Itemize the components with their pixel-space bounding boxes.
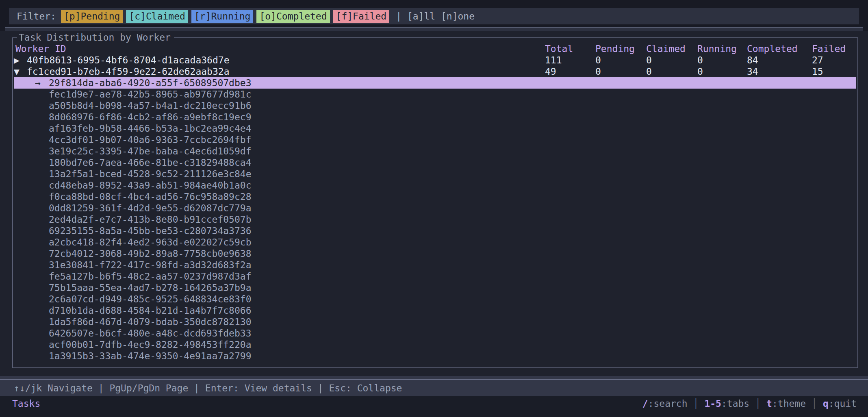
help-text: ↑↓/jk Navigate | PgUp/PgDn Page | Enter:…	[14, 382, 402, 394]
task-row[interactable]: af163feb-9b58-4466-b53a-1bc2ea99c4e4	[13, 123, 857, 134]
shortcut-label: :search	[648, 398, 688, 409]
task-row[interactable]: 2c6a07cd-d949-485c-9525-648834ce83f0	[13, 293, 857, 305]
shortcut-search: /:search	[642, 398, 688, 409]
task-id: 180bd7e6-7aea-466e-81be-c31829488ca4	[49, 157, 252, 168]
filter-divider	[5, 27, 863, 31]
task-id: 2c6a07cd-d949-485c-9525-648834ce83f0	[49, 293, 252, 305]
task-id: 3e19c25c-3395-47be-baba-c4ec6d1059df	[49, 146, 252, 157]
filter-badge-completed[interactable]: [o]Completed	[256, 10, 330, 23]
shortcut-theme: t:theme	[766, 398, 806, 409]
shortcut-separator: │	[812, 398, 817, 409]
worker-total: 111	[545, 54, 562, 66]
filter-badge-running[interactable]: [r]Running	[191, 10, 253, 23]
task-row[interactable]: 0dd81259-361f-4d2d-9e55-d62087dc779a	[13, 202, 857, 214]
task-row[interactable]: 1a3915b3-33ab-474e-9350-4e91aa7a2799	[13, 350, 857, 362]
worker-failed: 27	[812, 54, 823, 66]
task-row[interactable]: fec1d9e7-ae78-42b5-8965-ab97677d981c	[13, 89, 857, 100]
task-id: fec1d9e7-ae78-42b5-8965-ab97677d981c	[49, 89, 252, 100]
task-row[interactable]: 13a2f5a1-bced-4528-9c52-211126e3c84e	[13, 168, 857, 180]
filter-all-none-options[interactable]: | [a]ll [n]one	[396, 11, 475, 22]
worker-running: 0	[697, 66, 703, 77]
task-row[interactable]: 69235155-8a5a-45bb-be53-c280734a3736	[13, 225, 857, 237]
task-row[interactable]: acf00b01-7dfb-4ec9-8282-498453ff220a	[13, 339, 857, 350]
expand-arrow-icon[interactable]: ▶	[14, 54, 20, 66]
task-row[interactable]: 8d068976-6f86-4cb2-af86-a9ebf8c19ec9	[13, 111, 857, 123]
status-shortcuts: /:search│1-5:tabs│t:theme│q:quit	[642, 398, 857, 409]
task-id: cd48eba9-8952-43a9-ab51-984ae40b1a0c	[49, 180, 252, 191]
status-bar: Tasks /:search│1-5:tabs│t:theme│q:quit	[0, 396, 868, 417]
column-worker-id: Worker ID	[15, 43, 66, 54]
task-row[interactable]: 72cb4012-3068-49b2-89a8-7758cb0e9638	[13, 248, 857, 259]
worker-completed: 34	[747, 66, 758, 77]
worker-row[interactable]: ▼fc1ced91-b7eb-4f59-9e22-62de62aab32a490…	[13, 66, 857, 77]
shortcut-label: :theme	[772, 398, 806, 409]
task-id: 0dd81259-361f-4d2d-9e55-d62087dc779a	[49, 202, 252, 214]
worker-claimed: 0	[646, 66, 652, 77]
worker-total: 49	[545, 66, 556, 77]
selection-arrow-icon: →	[35, 77, 41, 89]
column-total: Total	[545, 43, 573, 54]
worker-pending: 0	[595, 54, 601, 66]
task-id: 8d068976-6f86-4cb2-af86-a9ebf8c19ec9	[49, 111, 252, 123]
filter-badge-pending[interactable]: [p]Pending	[61, 10, 123, 23]
task-id: 2ed4da2f-e7c7-413b-8e80-b91ccef0507b	[49, 214, 252, 225]
task-id: 13a2f5a1-bced-4528-9c52-211126e3c84e	[49, 168, 252, 180]
shortcut-tabs: 1-5:tabs	[704, 398, 749, 409]
task-id: d710b1da-d688-4584-b21d-1a4b7f7c8066	[49, 305, 252, 316]
task-row[interactable]: 4cc3df01-9b07-40a6-9363-7ccbc2694fbf	[13, 134, 857, 146]
task-id: fe5a127b-b6f5-48c2-aa57-0237d987d3af	[49, 271, 252, 282]
task-row[interactable]: fe5a127b-b6f5-48c2-aa57-0237d987d3af	[13, 271, 857, 282]
worker-id: 40fb8613-6995-4bf6-8704-d1acada36d7e	[27, 54, 230, 66]
collapse-arrow-icon[interactable]: ▼	[14, 66, 20, 77]
task-id: a505b8d4-b098-4a57-b4a1-dc210ecc91b6	[49, 100, 252, 111]
task-id: 29f814da-aba6-4920-a55f-65089507dbe3	[49, 77, 252, 89]
task-id: 31e30841-f722-417c-98fd-a3d32d683f2a	[49, 259, 252, 271]
shortcut-label: :quit	[829, 398, 857, 409]
shortcut-label: :tabs	[721, 398, 749, 409]
task-id: 4cc3df01-9b07-40a6-9363-7ccbc2694fbf	[49, 134, 252, 146]
task-row[interactable]: 1da5f86d-467d-4079-bdab-350dc8782130	[13, 316, 857, 328]
worker-id: fc1ced91-b7eb-4f59-9e22-62de62aab32a	[27, 66, 230, 77]
task-id: 75b15aaa-55ea-4ad7-b278-164265a37b9a	[49, 282, 252, 293]
filter-badge-failed[interactable]: [f]Failed	[333, 10, 390, 23]
worker-table: Worker ID Total Pending Claimed Running …	[13, 43, 857, 362]
column-claimed: Claimed	[646, 43, 686, 54]
task-row[interactable]: 31e30841-f722-417c-98fd-a3d32d683f2a	[13, 259, 857, 271]
filter-label: Filter:	[17, 11, 56, 22]
worker-running: 0	[697, 54, 703, 66]
task-row[interactable]: 3e19c25c-3395-47be-baba-c4ec6d1059df	[13, 146, 857, 157]
task-row-selected[interactable]: →29f814da-aba6-4920-a55f-65089507dbe3	[14, 77, 856, 89]
task-id: f0ca88bd-08cf-4bc4-ad56-76c958a89c28	[49, 191, 252, 202]
shortcut-key: /	[642, 398, 648, 409]
column-pending: Pending	[595, 43, 635, 54]
shortcut-separator: │	[755, 398, 761, 409]
filter-badges: [p]Pending[c]Claimed[r]Running[o]Complet…	[61, 10, 393, 23]
task-row[interactable]: 180bd7e6-7aea-466e-81be-c31829488ca4	[13, 157, 857, 168]
column-running: Running	[697, 43, 737, 54]
task-row[interactable]: a505b8d4-b098-4a57-b4a1-dc210ecc91b6	[13, 100, 857, 111]
task-row[interactable]: d710b1da-d688-4584-b21d-1a4b7f7c8066	[13, 305, 857, 316]
task-row[interactable]: 2ed4da2f-e7c7-413b-8e80-b91ccef0507b	[13, 214, 857, 225]
shortcut-key: t	[766, 398, 772, 409]
worker-row[interactable]: ▶40fb8613-6995-4bf6-8704-d1acada36d7e111…	[13, 54, 857, 66]
worker-completed: 84	[747, 54, 758, 66]
task-row[interactable]: f0ca88bd-08cf-4bc4-ad56-76c958a89c28	[13, 191, 857, 202]
main-region: Task Distribution by Worker Worker ID To…	[0, 31, 868, 376]
task-id: acf00b01-7dfb-4ec9-8282-498453ff220a	[49, 339, 252, 350]
task-row[interactable]: cd48eba9-8952-43a9-ab51-984ae40b1a0c	[13, 180, 857, 191]
task-id: 1a3915b3-33ab-474e-9350-4e91aa7a2799	[49, 350, 252, 362]
shortcut-key: 1-5	[704, 398, 721, 409]
task-id: 69235155-8a5a-45bb-be53-c280734a3736	[49, 225, 252, 237]
task-id: 72cb4012-3068-49b2-89a8-7758cb0e9638	[49, 248, 252, 259]
worker-failed: 15	[812, 66, 823, 77]
filter-badge-claimed[interactable]: [c]Claimed	[126, 10, 188, 23]
task-row[interactable]: 6426507e-b6cf-480e-a48c-dcd693fdeb33	[13, 328, 857, 339]
task-row[interactable]: a2cbc418-82f4-4ed2-963d-e022027c59cb	[13, 237, 857, 248]
shortcut-quit: q:quit	[823, 398, 857, 409]
worker-claimed: 0	[646, 54, 652, 66]
shortcut-separator: │	[693, 398, 699, 409]
column-completed: Completed	[747, 43, 798, 54]
active-tab-label: Tasks	[12, 398, 40, 409]
task-row[interactable]: 75b15aaa-55ea-4ad7-b278-164265a37b9a	[13, 282, 857, 293]
task-distribution-panel: Task Distribution by Worker Worker ID To…	[12, 37, 858, 368]
